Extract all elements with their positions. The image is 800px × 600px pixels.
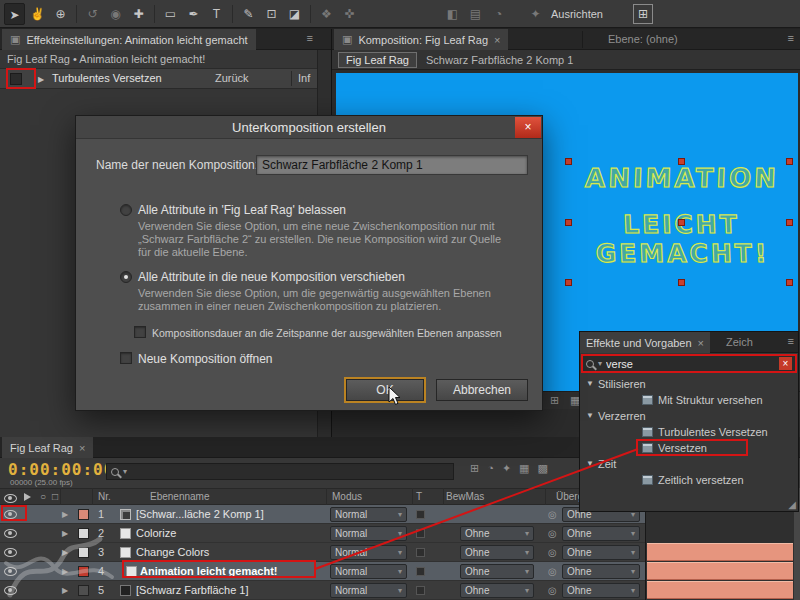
- parent-dropdown[interactable]: Ohne▾: [562, 545, 640, 560]
- effect-item[interactable]: Mit Struktur versehen: [580, 392, 798, 408]
- twirl-icon[interactable]: ▼: [586, 456, 594, 472]
- dialog-close-button[interactable]: ×: [515, 117, 541, 138]
- brush-tool-icon[interactable]: ✎: [238, 3, 259, 25]
- effects-category[interactable]: ▼Verzerren: [580, 408, 798, 424]
- track-matte-dropdown[interactable]: Ohne▾: [460, 583, 534, 598]
- twirl-icon[interactable]: ▶: [62, 505, 68, 524]
- t-toggle[interactable]: [416, 510, 425, 519]
- breadcrumb-path[interactable]: Schwarz Farbfläche 2 Komp 1: [426, 54, 573, 66]
- comp-mini-flowchart-icon[interactable]: ⊞: [470, 462, 479, 475]
- camera-tool-icon[interactable]: ◉: [105, 3, 126, 25]
- t-toggle[interactable]: [416, 567, 425, 576]
- effects-category[interactable]: ▼Stilisieren: [580, 376, 798, 392]
- motion-blur-icon[interactable]: ▩: [538, 462, 548, 475]
- track-matte-dropdown[interactable]: Ohne▾: [460, 564, 534, 579]
- type-tool-icon[interactable]: T: [206, 3, 227, 25]
- panel-menu-icon[interactable]: ≡: [307, 32, 313, 44]
- panel-menu-icon[interactable]: ≡: [788, 335, 794, 347]
- breadcrumb-comp-button[interactable]: Fig Leaf Rag: [338, 52, 417, 68]
- effects-category[interactable]: ▼Zeit: [580, 456, 798, 472]
- misc-tool-icon[interactable]: ◧: [442, 3, 463, 25]
- pickwhip-icon[interactable]: ◎: [548, 505, 557, 524]
- pen-tool-icon[interactable]: ✒: [183, 3, 204, 25]
- shy-icon[interactable]: ✦: [502, 462, 511, 475]
- close-icon[interactable]: ×: [494, 34, 500, 46]
- radio-keep-attributes[interactable]: [120, 204, 132, 216]
- checkbox-adjust-duration[interactable]: [134, 326, 146, 338]
- radio-keep-attributes-label[interactable]: Alle Attribute in 'Fig Leaf Rag' belasse…: [138, 203, 346, 217]
- t-toggle[interactable]: [416, 548, 425, 557]
- column-name[interactable]: Ebenenname: [150, 491, 210, 502]
- checkbox-open-comp[interactable]: [120, 352, 132, 364]
- column-t[interactable]: T: [416, 491, 422, 502]
- visibility-eye-icon[interactable]: [4, 586, 17, 595]
- checkbox-open-comp-label[interactable]: Neue Komposition öffnen: [138, 352, 273, 366]
- label-color-swatch[interactable]: [78, 528, 89, 539]
- visibility-eye-icon[interactable]: [4, 510, 17, 519]
- blend-mode-dropdown[interactable]: Normal▾: [330, 564, 407, 579]
- close-icon[interactable]: ×: [79, 442, 85, 454]
- close-icon[interactable]: ×: [698, 337, 704, 349]
- tab-composition[interactable]: ▣ Komposition: Fig Leaf Rag ×: [334, 29, 508, 50]
- tab-effect-controls[interactable]: ▣ Effekteinstellungen: Animation leicht …: [2, 29, 256, 50]
- pan-behind-tool-icon[interactable]: ✚: [128, 3, 149, 25]
- tab-character[interactable]: Zeich: [726, 332, 753, 353]
- selection-tool-icon[interactable]: ➤: [4, 3, 25, 25]
- track-matte-dropdown[interactable]: Ohne▾: [460, 545, 534, 560]
- selection-handle[interactable]: [678, 279, 685, 286]
- about-link[interactable]: Inf: [298, 69, 310, 88]
- blend-mode-dropdown[interactable]: Normal▾: [330, 526, 407, 541]
- selection-handle[interactable]: [565, 158, 572, 165]
- clear-search-button[interactable]: ×: [779, 357, 792, 370]
- radio-move-attributes[interactable]: [120, 271, 132, 283]
- twirl-icon[interactable]: ▶: [62, 581, 68, 600]
- twirl-icon[interactable]: ▶: [62, 562, 68, 581]
- fx-enable-checkbox[interactable]: [10, 73, 22, 85]
- layer-name[interactable]: [Schwarz Farbfläche 1]: [136, 581, 249, 600]
- t-toggle[interactable]: [416, 529, 425, 538]
- clone-stamp-tool-icon[interactable]: ⊡: [261, 3, 282, 25]
- label-color-swatch[interactable]: [78, 509, 89, 520]
- column-trkmat[interactable]: BewMas: [446, 491, 484, 502]
- blend-mode-dropdown[interactable]: Normal▾: [330, 583, 407, 598]
- ok-button[interactable]: OK: [346, 379, 424, 401]
- composition-name-input[interactable]: [256, 155, 528, 175]
- pickwhip-icon[interactable]: ◎: [548, 562, 557, 581]
- twirl-icon[interactable]: ▶: [62, 524, 68, 543]
- label-color-swatch[interactable]: [78, 585, 89, 596]
- workspace-button[interactable]: ⊞: [633, 4, 653, 24]
- parent-dropdown[interactable]: Ohne▾: [562, 526, 640, 541]
- misc-tool-icon[interactable]: ▤: [465, 3, 486, 25]
- visibility-eye-icon[interactable]: [4, 548, 17, 557]
- pickwhip-icon[interactable]: ◎: [548, 524, 557, 543]
- twirl-icon[interactable]: ▶: [38, 70, 44, 89]
- blend-mode-dropdown[interactable]: Normal▾: [330, 507, 407, 522]
- puppet-pin-tool-icon[interactable]: ✜: [339, 3, 360, 25]
- column-nr[interactable]: Nr.: [98, 491, 111, 502]
- blend-mode-dropdown[interactable]: Normal▾: [330, 545, 407, 560]
- twirl-icon[interactable]: ▶: [62, 543, 68, 562]
- tab-effects-presets[interactable]: Effekte und Vorgaben ×: [580, 332, 710, 353]
- layer-name[interactable]: Animation leicht gemacht!: [140, 562, 278, 581]
- rectangle-tool-icon[interactable]: ▭: [160, 3, 181, 25]
- orbit-tool-icon[interactable]: ↺: [82, 3, 103, 25]
- chevron-down-icon[interactable]: ▾: [123, 467, 127, 476]
- panel-menu-icon[interactable]: ≡: [788, 32, 794, 44]
- flowchart-icon[interactable]: ⊞: [550, 394, 559, 407]
- timeline-search-input[interactable]: [131, 466, 449, 478]
- parent-dropdown[interactable]: Ohne▾: [562, 564, 640, 579]
- hand-tool-icon[interactable]: ✌: [27, 3, 48, 25]
- layer-duration-bar[interactable]: [647, 562, 793, 580]
- cancel-button[interactable]: Abbrechen: [436, 379, 528, 401]
- reset-link[interactable]: Zurück: [215, 69, 249, 88]
- selection-handle[interactable]: [786, 279, 793, 286]
- layer-name[interactable]: Change Colors: [136, 543, 209, 562]
- pickwhip-icon[interactable]: ◎: [548, 581, 557, 600]
- selection-handle[interactable]: [786, 219, 793, 226]
- track-matte-dropdown[interactable]: Ohne▾: [460, 526, 534, 541]
- effect-item[interactable]: Zeitlich versetzen: [580, 472, 798, 488]
- selection-handle[interactable]: [678, 158, 685, 165]
- tab-timeline[interactable]: Fig Leaf Rag ×: [2, 437, 93, 458]
- align-label[interactable]: Ausrichten: [551, 8, 603, 20]
- selection-handle[interactable]: [786, 158, 793, 165]
